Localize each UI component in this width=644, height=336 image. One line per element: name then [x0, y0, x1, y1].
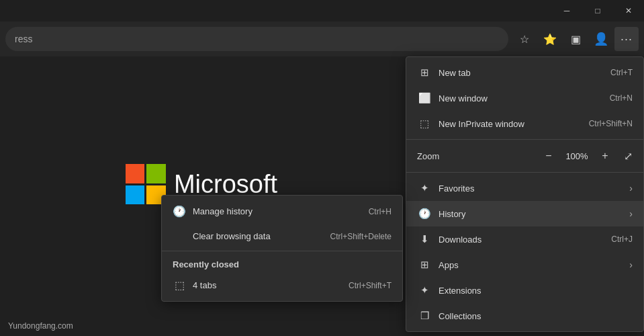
menu-divider-2 [406, 172, 643, 173]
profile-icon: 👤 [594, 32, 608, 46]
minimize-button[interactable]: ─ [551, 0, 582, 22]
history-arrow-icon: › [629, 208, 633, 219]
close-button[interactable]: ✕ [613, 0, 644, 22]
new-tab-icon: ⊞ [417, 67, 432, 79]
new-window-icon: ⬜ [417, 92, 432, 104]
maximize-button[interactable]: □ [582, 0, 613, 22]
apps-arrow-icon: › [629, 259, 633, 270]
recently-closed-title: Recently closed [162, 254, 402, 272]
zoom-in-button[interactable]: + [596, 146, 614, 165]
apps-item[interactable]: ⊞ Apps › [406, 252, 643, 278]
collections-icon-btn[interactable]: ▣ [563, 27, 588, 51]
apps-icon: ⊞ [417, 259, 432, 271]
logo-red [126, 164, 145, 183]
toolbar-icons: ☆ ⭐ ▣ 👤 ··· [512, 27, 639, 51]
address-bar-row: ress ☆ ⭐ ▣ 👤 ··· [0, 22, 644, 56]
address-bar[interactable]: ress [5, 27, 508, 51]
inprivate-icon: ⬚ [417, 118, 432, 130]
footer-url: Yundongfang.com [8, 321, 73, 331]
menu-divider-1 [406, 139, 643, 140]
downloads-item[interactable]: ⬇ Downloads Ctrl+J [406, 226, 643, 252]
extensions-item[interactable]: ✦ Extensions [406, 278, 643, 303]
profile-icon-btn[interactable]: 👤 [589, 27, 613, 51]
reading-list-icon: ⭐ [543, 33, 557, 46]
menu-button[interactable]: ··· [614, 27, 639, 51]
manage-history-item[interactable]: 🕐 Manage history Ctrl+H [162, 198, 402, 224]
new-tab-item[interactable]: ⊞ New tab Ctrl+T [406, 60, 643, 85]
logo-blue [126, 185, 145, 205]
title-bar: ─ □ ✕ [0, 0, 644, 22]
new-window-item[interactable]: ⬜ New window Ctrl+N [406, 85, 643, 111]
favorites-item[interactable]: ✦ Favorites › [406, 175, 643, 201]
collections-menu-icon: ❒ [417, 310, 432, 322]
favorites-star-icon: ✦ [417, 182, 432, 194]
collections-item[interactable]: ❒ Collections [406, 303, 643, 329]
favorites-arrow-icon: › [629, 183, 633, 194]
history-item[interactable]: 🕐 History › [406, 201, 643, 226]
history-clock-icon: 🕐 [417, 208, 432, 220]
microsoft-logo-grid [126, 164, 166, 204]
submenu-divider [162, 251, 402, 251]
zoom-value: 100% [563, 151, 590, 161]
clear-browsing-item[interactable]: Clear browsing data Ctrl+Shift+Delete [162, 224, 402, 248]
zoom-expand-icon[interactable]: ⤢ [624, 150, 633, 163]
zoom-out-button[interactable]: − [539, 146, 558, 165]
main-context-menu: ⊞ New tab Ctrl+T ⬜ New window Ctrl+N ⬚ N… [406, 56, 644, 332]
zoom-row: Zoom − 100% + ⤢ [406, 142, 643, 169]
star-icon: ☆ [520, 33, 529, 46]
history-submenu: 🕐 Manage history Ctrl+H Clear browsing d… [161, 195, 403, 302]
ellipsis-icon: ··· [620, 32, 633, 46]
downloads-icon: ⬇ [417, 233, 432, 245]
clock-icon: 🕐 [173, 205, 186, 218]
new-inprivate-item[interactable]: ⬚ New InPrivate window Ctrl+Shift+N [406, 111, 643, 136]
reading-list-icon-btn[interactable]: ⭐ [538, 27, 562, 51]
closed-tabs-item[interactable]: ⬚ 4 tabs Ctrl+Shift+T [162, 272, 402, 298]
favorites-icon-btn[interactable]: ☆ [512, 27, 537, 51]
extensions-icon: ✦ [417, 284, 432, 296]
tabs-icon: ⬚ [173, 279, 186, 292]
logo-green [146, 164, 166, 183]
collections-icon: ▣ [571, 33, 581, 46]
